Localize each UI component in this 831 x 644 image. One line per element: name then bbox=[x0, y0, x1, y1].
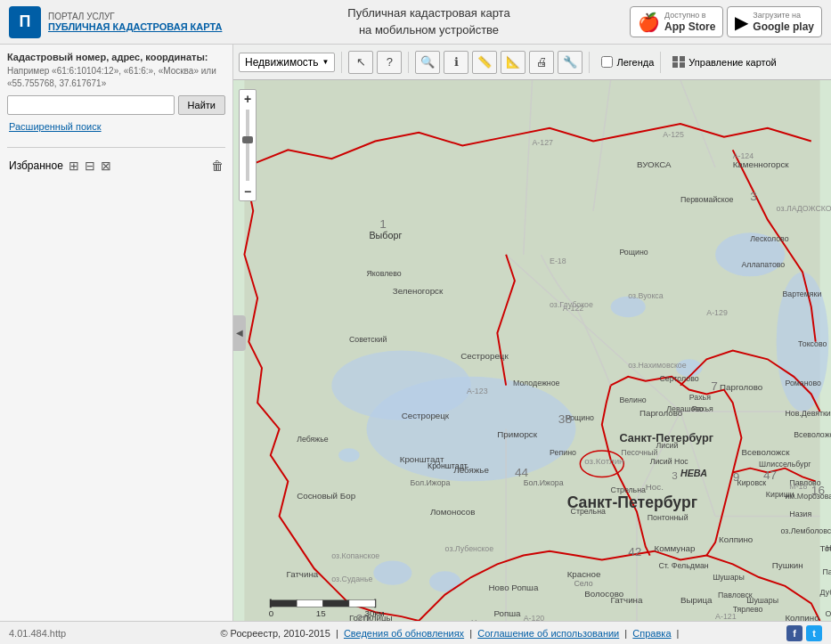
logo-text: ПОРТАЛ УСЛУГ ПУБЛИЧНАЯ КАДАСТРОВАЯ КАРТА bbox=[48, 12, 222, 32]
search-button[interactable]: Найти bbox=[178, 95, 225, 115]
header-logo: П ПОРТАЛ УСЛУГ ПУБЛИЧНАЯ КАДАСТРОВАЯ КАР… bbox=[9, 6, 240, 38]
appstore-text: Доступно в App Store bbox=[664, 11, 715, 33]
tool-settings[interactable]: 🔧 bbox=[558, 51, 583, 74]
search-input[interactable] bbox=[7, 95, 175, 115]
svg-text:Кировск: Кировск bbox=[737, 478, 767, 487]
search-row: Найти bbox=[7, 95, 225, 115]
svg-text:Сестрорецк: Сестрорецк bbox=[460, 351, 509, 361]
svg-text:Левашово: Левашово bbox=[666, 404, 704, 413]
tool-cursor[interactable]: ↖ bbox=[348, 51, 373, 74]
svg-text:0: 0 bbox=[269, 608, 274, 618]
svg-text:Сертолово: Сертолово bbox=[659, 374, 698, 383]
legend-checkbox[interactable] bbox=[601, 56, 613, 68]
map-manage-grid-icon bbox=[672, 56, 685, 69]
svg-text:1: 1 bbox=[379, 217, 387, 231]
svg-text:30км: 30км bbox=[365, 608, 385, 618]
sidebar-toggle-button[interactable]: ◀ bbox=[233, 315, 246, 351]
map-svg[interactable]: Выборг Зеленогорск Сестрорецк Сестрорецк… bbox=[233, 80, 831, 621]
facebook-icon[interactable]: f bbox=[786, 625, 802, 641]
svg-text:Молодежное: Молодежное bbox=[513, 379, 560, 387]
zoom-slider[interactable] bbox=[246, 110, 249, 181]
twitter-icon[interactable]: t bbox=[806, 625, 822, 641]
svg-text:Токсово: Токсово bbox=[798, 339, 827, 348]
apple-icon: 🍎 bbox=[638, 12, 660, 33]
logo-line2: ПУБЛИЧНАЯ КАДАСТРОВАЯ КАРТА bbox=[48, 21, 222, 32]
footer-link-updates[interactable]: Сведения об обновлениях bbox=[344, 628, 464, 639]
header-right: 🍎 Доступно в App Store ▶ Загрузите на Go… bbox=[617, 6, 822, 37]
svg-text:Шушары: Шушары bbox=[713, 573, 745, 582]
favorites-delete-icon[interactable]: 🗑 bbox=[211, 159, 224, 173]
svg-text:Ропша: Ропша bbox=[493, 608, 521, 618]
svg-text:Ново Ропша: Ново Ропша bbox=[489, 583, 539, 592]
svg-text:Колпино: Колпино bbox=[719, 534, 754, 544]
svg-text:Советский: Советский bbox=[349, 335, 387, 344]
svg-text:Зеленогорск: Зеленогорск bbox=[393, 286, 444, 296]
svg-text:E-18: E-18 bbox=[550, 257, 566, 265]
divider bbox=[7, 147, 225, 148]
svg-text:Всеволожск: Всеволожск bbox=[794, 430, 831, 439]
footer: 4.01.484.http © Росреестр, 2010-2015 | С… bbox=[0, 621, 831, 644]
svg-text:А-125: А-125 bbox=[663, 130, 684, 139]
tool-help[interactable]: ? bbox=[377, 51, 402, 74]
svg-text:оз.Лубенское: оз.Лубенское bbox=[445, 544, 494, 553]
svg-text:44: 44 bbox=[515, 466, 529, 479]
svg-text:Понтонный: Понтонный bbox=[648, 513, 688, 522]
favorites-add-icon[interactable]: ⊞ bbox=[69, 159, 79, 173]
svg-text:ВУОКСА: ВУОКСА bbox=[637, 159, 672, 169]
svg-text:Рахья: Рахья bbox=[689, 393, 711, 402]
legend-checkbox-label[interactable]: Легенда bbox=[601, 56, 654, 68]
googleplay-badge[interactable]: ▶ Загрузите на Google play bbox=[727, 6, 822, 37]
footer-link-agreement[interactable]: Соглашение об использовании bbox=[477, 628, 619, 639]
svg-text:оз.Лемболовское: оз.Лемболовское bbox=[781, 526, 831, 535]
tool-measure-area[interactable]: 📐 bbox=[501, 51, 525, 74]
tool-measure-line[interactable]: 📏 bbox=[472, 51, 497, 74]
zoom-out-button[interactable]: − bbox=[239, 183, 257, 200]
svg-text:оз.Суданье: оз.Суданье bbox=[331, 575, 372, 583]
toolbar-separator bbox=[341, 52, 342, 73]
map-manage-button[interactable]: Управление картой bbox=[672, 56, 776, 69]
svg-text:9: 9 bbox=[733, 470, 740, 484]
svg-text:Ломоносов: Ломоносов bbox=[430, 507, 476, 517]
svg-text:15: 15 bbox=[316, 608, 326, 618]
zoom-in-button[interactable]: + bbox=[239, 90, 257, 108]
favorites-section: Избранное ⊞ ⊟ ⊠ 🗑 bbox=[7, 155, 225, 176]
svg-text:3: 3 bbox=[672, 469, 678, 481]
tool-search-on-map[interactable]: 🔍 bbox=[415, 51, 440, 74]
svg-text:Назия: Назия bbox=[789, 509, 811, 518]
svg-text:Сестрорецк: Сестрорецк bbox=[402, 411, 450, 420]
zoom-thumb[interactable] bbox=[242, 136, 253, 143]
svg-text:Песочный: Песочный bbox=[621, 448, 657, 457]
advanced-search-link[interactable]: Расширенный поиск bbox=[9, 121, 102, 132]
legend-label: Легенда bbox=[616, 57, 654, 68]
svg-text:Каменногорск: Каменногорск bbox=[733, 159, 790, 169]
svg-text:Всеволожск: Всеволожск bbox=[741, 447, 790, 457]
layer-dropdown[interactable]: Недвижимость bbox=[239, 53, 335, 72]
map-container[interactable]: Недвижимость ↖ ? 🔍 ℹ 📏 📐 🖨 🔧 Легенда bbox=[233, 45, 831, 621]
svg-text:НЕВА: НЕВА bbox=[680, 468, 707, 478]
googleplay-sub: Загрузите на bbox=[753, 11, 814, 20]
svg-text:Стрельна: Стрельна bbox=[571, 507, 606, 516]
logo-icon: П bbox=[9, 6, 41, 38]
footer-social: f t bbox=[786, 625, 822, 641]
map-manage-label: Управление картой bbox=[688, 57, 776, 68]
googleplay-icon: ▶ bbox=[735, 12, 748, 33]
footer-link-help[interactable]: Справка bbox=[632, 628, 671, 639]
svg-text:Гатчина: Гатчина bbox=[611, 595, 643, 605]
tool-info[interactable]: ℹ bbox=[444, 51, 468, 74]
svg-text:Нос.: Нос. bbox=[646, 482, 664, 492]
appstore-badge[interactable]: 🍎 Доступно в App Store bbox=[630, 6, 723, 37]
svg-text:Тярлево: Тярлево bbox=[733, 605, 763, 614]
svg-text:Рощино: Рощино bbox=[619, 248, 648, 257]
svg-text:оз.Копанское: оз.Копанское bbox=[331, 551, 379, 560]
svg-text:Лисий: Лисий bbox=[656, 441, 679, 450]
header: П ПОРТАЛ УСЛУГ ПУБЛИЧНАЯ КАДАСТРОВАЯ КАР… bbox=[0, 0, 831, 45]
favorites-import-icon[interactable]: ⊟ bbox=[85, 159, 95, 173]
toolbar-separator4 bbox=[660, 52, 661, 73]
svg-text:42: 42 bbox=[628, 545, 641, 558]
svg-text:А-124: А-124 bbox=[733, 151, 754, 160]
favorites-export-icon[interactable]: ⊠ bbox=[101, 159, 111, 173]
search-label: Кадастровый номер, адрес, координаты: bbox=[7, 52, 225, 62]
svg-rect-119 bbox=[323, 600, 349, 607]
tool-print[interactable]: 🖨 bbox=[529, 51, 554, 74]
svg-text:47: 47 bbox=[763, 469, 777, 482]
